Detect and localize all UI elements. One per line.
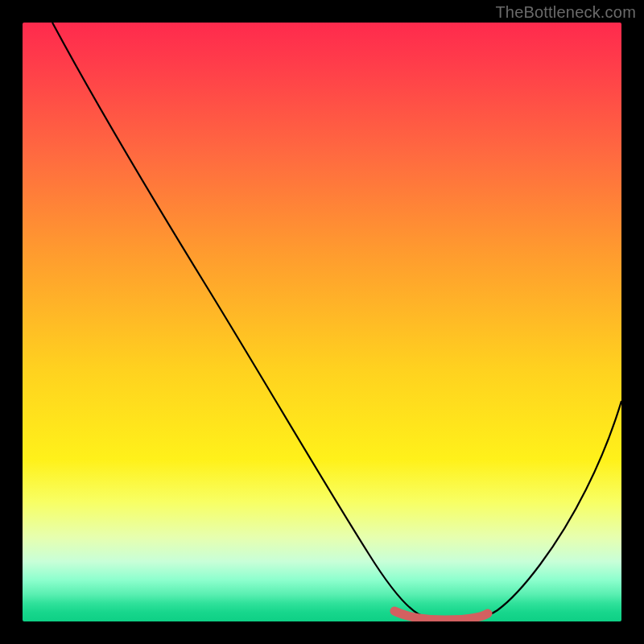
- watermark-text: TheBottleneck.com: [495, 3, 636, 22]
- chart-stage: TheBottleneck.com: [0, 0, 644, 644]
- bottleneck-curve: [52, 23, 621, 620]
- curve-layer: [23, 23, 621, 621]
- plot-area: [23, 23, 621, 621]
- optimal-range-marker: [394, 611, 488, 620]
